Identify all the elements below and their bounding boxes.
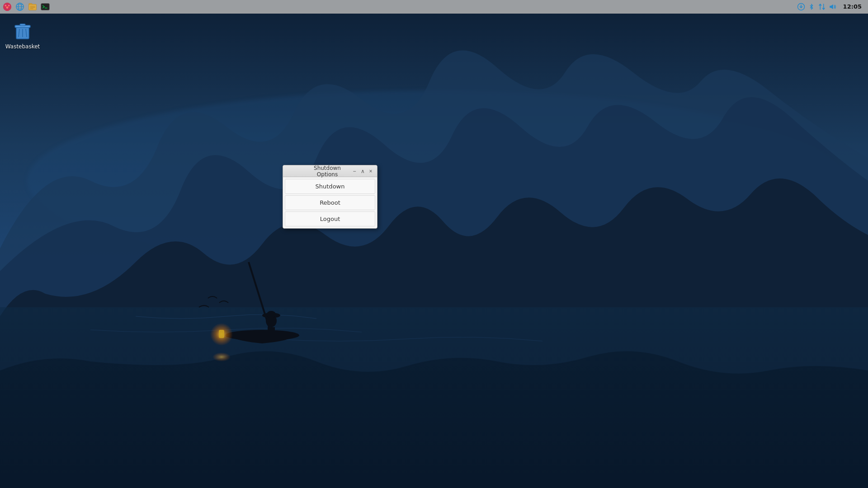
desktop-icons: Wastebasket	[5, 18, 41, 52]
svg-point-14	[8, 5, 10, 6]
svg-rect-22	[30, 6, 35, 6]
dialog-close-button[interactable]: ×	[367, 168, 374, 175]
svg-rect-6	[268, 327, 275, 334]
shutdown-button[interactable]: Shutdown	[285, 179, 375, 194]
raspberry-pi-icon	[2, 2, 12, 12]
raspberry-pi-button[interactable]	[2, 1, 13, 12]
logout-button[interactable]: Logout	[285, 211, 375, 226]
svg-point-8	[267, 311, 276, 318]
dialog-title: Shutdown Options	[304, 165, 351, 178]
files-icon	[28, 2, 38, 12]
svg-rect-24	[30, 8, 33, 9]
volume-tray-icon[interactable]	[829, 3, 837, 11]
taskbar-right: 12:05	[797, 2, 868, 11]
svg-rect-23	[30, 7, 35, 7]
dialog-controls: − ∧ ×	[351, 168, 374, 175]
shutdown-options-dialog: Shutdown Options − ∧ × Shutdown Reboot L…	[283, 165, 377, 229]
reboot-button[interactable]: Reboot	[285, 195, 375, 210]
svg-rect-2	[0, 307, 868, 488]
system-tray	[797, 3, 837, 11]
wastebasket-label: Wastebasket	[5, 43, 40, 50]
taskbar: 12:05	[0, 0, 868, 14]
trash-svg	[13, 21, 33, 41]
bluetooth-tray-icon[interactable]	[808, 3, 815, 11]
background-scene	[0, 0, 868, 488]
terminal-icon	[40, 2, 50, 12]
system-clock: 12:05	[840, 2, 864, 11]
svg-rect-30	[20, 24, 25, 26]
file-manager-button[interactable]	[27, 1, 38, 12]
svg-point-3	[225, 330, 299, 341]
svg-point-13	[5, 5, 7, 6]
network-tray-icon[interactable]	[818, 3, 826, 11]
web-browser-button[interactable]	[14, 1, 25, 12]
svg-rect-25	[41, 3, 49, 10]
globe-icon	[15, 2, 25, 12]
svg-point-11	[212, 352, 231, 361]
dialog-minimize-button[interactable]: ∧	[359, 168, 366, 175]
wastebasket-icon[interactable]: Wastebasket	[5, 18, 41, 52]
dialog-pin-button[interactable]: −	[351, 168, 358, 175]
dialog-body: Shutdown Reboot Logout	[283, 177, 377, 228]
download-tray-icon[interactable]	[797, 3, 805, 11]
wastebasket-image	[12, 20, 33, 42]
taskbar-left	[0, 1, 51, 12]
dialog-titlebar[interactable]: Shutdown Options − ∧ ×	[283, 165, 377, 177]
svg-rect-10	[219, 330, 224, 338]
terminal-button[interactable]	[40, 1, 51, 12]
